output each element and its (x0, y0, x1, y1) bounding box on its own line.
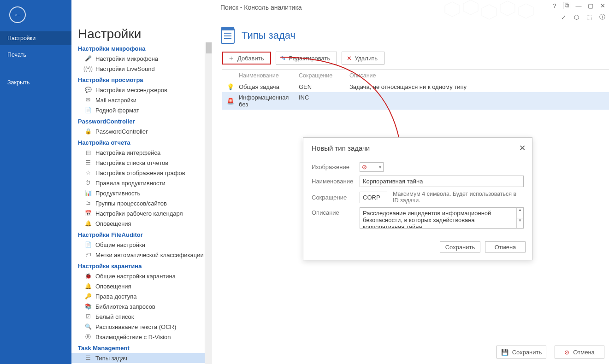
minimize-icon[interactable]: — (575, 2, 582, 9)
tree-scrollbar[interactable] (205, 42, 212, 364)
col-name[interactable]: Наименование (239, 72, 299, 79)
tree-item-label: Mail настройки (95, 97, 136, 104)
prohibit-icon: ⊘ (362, 164, 367, 170)
dialog-save-button[interactable]: Сохранить (440, 241, 480, 252)
group-header[interactable]: Настройки FileAuditor (71, 229, 212, 240)
desc-input[interactable] (360, 208, 516, 228)
name-input[interactable] (360, 176, 524, 187)
tree-item[interactable]: 🔔Оповещения (71, 281, 212, 291)
table-row[interactable]: 🚨Информационная безINC (222, 92, 609, 110)
tree-item-label: Настройка отображения графов (95, 170, 185, 176)
whitelist-icon: ☑ (84, 313, 92, 320)
cube-icon[interactable]: ⬡ (572, 13, 580, 21)
back-button[interactable]: ← (9, 6, 26, 23)
chevron-down-icon: ▾ (379, 164, 381, 170)
library-icon: 📚 (84, 303, 92, 310)
panel-icon: ▤ (84, 149, 92, 156)
box-icon[interactable]: ⬚ (585, 13, 593, 21)
tree-item[interactable]: ☆Настройка отображения графов (71, 168, 212, 178)
tree-item[interactable]: 🎤Настройки микрофона (71, 53, 212, 64)
livesound-icon: ((•)) (84, 65, 92, 72)
tree-item[interactable]: 💬Настройки мессенджеров (71, 85, 212, 95)
maximize-icon[interactable]: ▢ (587, 2, 594, 9)
col-abbr[interactable]: Сокращение (299, 72, 349, 79)
group-header[interactable]: Настройки просмотра (71, 74, 212, 85)
dialog-cancel-button[interactable]: Отмена (485, 241, 526, 252)
tree-item[interactable]: 🔔Оповещения (71, 218, 212, 229)
star-icon: ☆ (84, 169, 92, 176)
image-selector[interactable]: ⊘ ▾ (360, 162, 384, 172)
tree-item-label: Настройки мессенджеров (95, 87, 167, 94)
tree-item[interactable]: 🏷Метки автоматической классификации данн… (71, 250, 212, 260)
nav-item-1[interactable]: Печать (0, 48, 71, 62)
add-button-label: Добавить (237, 55, 264, 62)
toolbar: ＋Добавить ✎Редактировать ✕Удалить (212, 52, 609, 69)
svg-marker-2 (482, 5, 497, 19)
group-header[interactable]: PasswordController (71, 115, 212, 126)
cancel-icon: ⊘ (564, 349, 569, 356)
nav-item-0[interactable]: Настройки (0, 31, 71, 45)
cell-abbr: GEN (299, 83, 349, 90)
tree-item[interactable]: ☑Белый список (71, 311, 212, 322)
close-icon[interactable]: ✕ (599, 2, 606, 9)
tree-item-label: Родной формат (95, 107, 139, 114)
tree-item[interactable]: 📅Настройки рабочего календаря (71, 208, 212, 218)
page-cancel-label: Отмена (573, 349, 595, 356)
name-label: Наименование (312, 178, 356, 185)
tree-item[interactable]: ▤Настройка интерфейса (71, 147, 212, 158)
spin-down-icon[interactable]: ▼ (517, 218, 523, 229)
spin-up-icon[interactable]: ▲ (517, 208, 523, 218)
tree-item[interactable]: 📄Общие настройки (71, 240, 212, 250)
abbr-input[interactable] (360, 192, 387, 203)
hex-decoration (443, 0, 554, 22)
tree-item[interactable]: ☰Настройка списка отчетов (71, 158, 212, 168)
tree-item-label: Настройка интерфейса (95, 149, 160, 156)
cell-abbr: INC (299, 94, 349, 108)
help-icon[interactable]: ? (551, 2, 558, 9)
group-header[interactable]: Настройки карантина (71, 260, 212, 271)
add-button[interactable]: ＋Добавить (222, 52, 271, 65)
collapse-icon[interactable]: ⤢ (559, 13, 568, 21)
table-row[interactable]: 💡Общая задачаGENЗадача, не относящаяся н… (222, 82, 609, 92)
group-header[interactable]: Task Management (71, 342, 212, 353)
lock-icon: 🔒 (84, 128, 92, 135)
info-icon[interactable]: ⓘ (598, 13, 606, 21)
spinner-control[interactable]: ▲▼ (516, 208, 523, 228)
page-cancel-button[interactable]: ⊘ Отмена (555, 346, 604, 358)
page-save-button[interactable]: 💾 Сохранить (497, 346, 546, 358)
alert-icon: 🚨 (222, 94, 239, 108)
doc-icon: 📄 (84, 241, 92, 248)
mic-icon: 🎤 (84, 55, 92, 62)
tree-item[interactable]: 📊Продуктивность (71, 188, 212, 198)
nav-item-2[interactable]: Закрыть (0, 76, 71, 89)
edit-button[interactable]: ✎Редактировать (276, 52, 337, 65)
cell-name: Общая задача (239, 83, 299, 90)
group-header[interactable]: Настройки микрофона (71, 42, 212, 53)
chart-icon: 📊 (84, 189, 92, 197)
tree-item-label: Настройки микрофона (95, 55, 158, 62)
ocr-icon: 🔍 (84, 323, 92, 330)
cell-desc (349, 94, 609, 108)
tree-item[interactable]: ⏱Правила продуктивности (71, 178, 212, 188)
svg-marker-4 (519, 4, 533, 18)
tree-item[interactable]: 🐞Общие настройки карантина (71, 271, 212, 281)
dialog-close-icon[interactable]: ✕ (519, 143, 526, 153)
delete-button[interactable]: ✕Удалить (342, 52, 384, 65)
tree-item[interactable]: ✉Mail настройки (71, 95, 212, 105)
scrollbar-thumb[interactable] (206, 42, 212, 53)
bug-icon: 🐞 (84, 272, 92, 280)
page-title: Типы задач (242, 29, 296, 41)
tree-item[interactable]: ⓇВзаимодействие с R-Vision (71, 332, 212, 342)
tree-item[interactable]: ☰Типы задач (71, 353, 212, 363)
tree-item[interactable]: 📚Библиотека запросов (71, 301, 212, 311)
group-header[interactable]: Настройка отчета (71, 136, 212, 147)
col-desc[interactable]: Описание (349, 72, 609, 79)
tree-item[interactable]: 🔍Распознавание текста (OCR) (71, 322, 212, 332)
tree-item[interactable]: 🔒PasswordController (71, 126, 212, 136)
restore-icon[interactable]: ⧉ (563, 2, 570, 9)
tree-item[interactable]: 🔑Права доступа (71, 291, 212, 301)
tree-item[interactable]: 🗂Группы процессов/сайтов (71, 198, 212, 208)
tree-item[interactable]: 📄Родной формат (71, 105, 212, 115)
tree-item[interactable]: ((•))Настройки LiveSound (71, 64, 212, 74)
svg-rect-6 (221, 27, 234, 30)
